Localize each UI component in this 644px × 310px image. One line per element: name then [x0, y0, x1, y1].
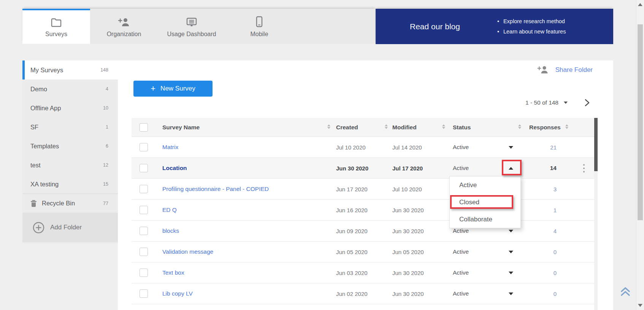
column-header-survey-name[interactable]: Survey Name — [162, 118, 200, 137]
table-scrollbar-track[interactable] — [594, 118, 598, 310]
annotation-box-status-caret — [502, 160, 522, 175]
annotation-box-closed-option — [450, 195, 513, 209]
blog-banner[interactable]: Read our blog •Explore research method•L… — [376, 9, 613, 44]
survey-name-link[interactable]: Text box — [162, 269, 184, 276]
banner-bullet-list: •Explore research method•Learn about new… — [497, 16, 566, 37]
scroll-to-top-button[interactable] — [620, 286, 631, 299]
column-header-responses[interactable]: Responses — [529, 118, 561, 137]
row-checkbox[interactable] — [140, 269, 148, 277]
sidebar-item-offline-app[interactable]: Offline App10 — [22, 99, 118, 118]
mobile-icon — [255, 15, 263, 27]
survey-name-link[interactable]: Lib copy LV — [162, 290, 193, 297]
sort-icon[interactable] — [385, 124, 388, 129]
add-folder-button[interactable]: Add Folder — [22, 213, 118, 242]
row-checkbox[interactable] — [140, 143, 148, 151]
pagination-range: 1 - 50 of 148 — [525, 99, 558, 106]
status-caret-icon[interactable] — [509, 146, 513, 149]
sidebar-item-my-surveys[interactable]: My Surveys148 — [22, 60, 118, 79]
sidebar-item-recycle-bin[interactable]: Recycle Bin 77 — [22, 194, 118, 213]
status-option-collaborate[interactable]: Collaborate — [450, 211, 520, 228]
sidebar-item-xa-testing[interactable]: XA testing15 — [22, 175, 118, 194]
tab-usage-dashboard[interactable]: Usage Dashboard — [158, 9, 225, 44]
select-all-checkbox[interactable] — [140, 123, 148, 132]
dashboard-icon — [186, 15, 197, 27]
table-scrollbar-thumb[interactable] — [594, 118, 598, 171]
sidebar-item-demo[interactable]: Demo4 — [22, 79, 118, 99]
active-tab-accent-bar — [22, 9, 90, 10]
sidebar-item-count: 15 — [103, 181, 108, 187]
modified-date: Jun 05 2020 — [392, 249, 424, 255]
scrollbar-up-arrow-icon[interactable] — [638, 3, 642, 6]
status-caret-icon[interactable] — [509, 272, 513, 274]
tab-mobile[interactable]: Mobile — [225, 9, 293, 44]
banner-bullet-text: Learn about new features — [503, 29, 566, 35]
status-option-active[interactable]: Active — [450, 176, 520, 194]
survey-name-link[interactable]: Matrix — [162, 144, 178, 151]
created-date: Jun 05 2020 — [336, 249, 368, 255]
responses-count: 14 — [550, 165, 557, 172]
status-caret-icon[interactable] — [509, 230, 513, 232]
sidebar-item-count: 4 — [106, 86, 108, 92]
share-folder-label: Share Folder — [555, 66, 593, 74]
sidebar-item-test[interactable]: test12 — [22, 156, 118, 175]
column-header-created[interactable]: Created — [336, 118, 358, 137]
plus-circle-icon — [33, 222, 44, 234]
modified-date: Jul 17 2020 — [392, 165, 423, 172]
table-row: MatrixJul 10 2020Jul 14 2020Active21 — [132, 137, 598, 158]
sidebar-item-label: SF — [30, 124, 38, 131]
row-checkbox[interactable] — [140, 289, 148, 298]
sidebar-item-label: Offline App — [30, 105, 61, 112]
sort-icon[interactable] — [565, 124, 568, 129]
created-date: Jun 30 2020 — [336, 165, 368, 172]
surveys-table: Survey NameCreatedModifiedStatusResponse… — [132, 118, 598, 310]
person-add-icon — [117, 15, 130, 27]
trash-icon — [30, 200, 37, 207]
new-survey-label: New Survey — [160, 85, 195, 92]
survey-name-link[interactable]: Location — [162, 165, 187, 172]
folder-sidebar: My Surveys148Demo4Offline App10SF1Templa… — [22, 60, 118, 243]
sidebar-item-sf[interactable]: SF1 — [22, 118, 118, 137]
table-row: Text boxJun 03 2020Jun 30 2020Active0 — [132, 262, 598, 283]
sort-icon[interactable] — [518, 124, 521, 129]
row-checkbox[interactable] — [140, 164, 148, 172]
sort-up-arrow — [565, 124, 568, 126]
status-caret-icon[interactable] — [509, 293, 513, 295]
status-value: Active — [453, 144, 469, 151]
tab-organization[interactable]: Organization — [90, 9, 158, 44]
new-survey-button[interactable]: + New Survey — [133, 81, 213, 97]
row-checkbox[interactable] — [140, 248, 148, 256]
page-scrollbar-track[interactable] — [636, 0, 644, 310]
row-menu-icon[interactable] — [583, 163, 585, 173]
pagination: 1 - 50 of 148 — [525, 98, 591, 107]
sort-icon[interactable] — [327, 124, 330, 129]
sidebar-item-label: Demo — [30, 86, 47, 93]
status-value: Active — [453, 269, 469, 276]
modified-date: Jul 10 2020 — [392, 186, 422, 192]
status-value: Active — [453, 165, 469, 172]
sidebar-item-templates[interactable]: Templates6 — [22, 137, 118, 156]
pagination-caret-icon[interactable] — [564, 102, 568, 104]
survey-name-link[interactable]: ED Q — [162, 207, 177, 213]
main-panel: Share Folder + New Survey 1 - 50 of 148 … — [118, 60, 613, 310]
status-caret-icon[interactable] — [509, 251, 513, 253]
table-row: LocationJun 30 2020Jul 17 2020Active14 — [132, 158, 598, 179]
row-checkbox[interactable] — [140, 227, 148, 235]
survey-name-link[interactable]: Validation message — [162, 248, 213, 255]
survey-name-link[interactable]: blocks — [162, 227, 179, 234]
table-row: ED QJun 16 2020Jun 30 2020Active1 — [132, 200, 598, 221]
column-header-status[interactable]: Status — [453, 118, 471, 137]
row-checkbox[interactable] — [140, 185, 148, 193]
next-page-button[interactable] — [583, 98, 591, 107]
scrollbar-down-arrow-icon[interactable] — [638, 304, 642, 307]
row-checkbox[interactable] — [140, 206, 148, 214]
share-folder-button[interactable]: Share Folder — [537, 65, 593, 75]
modified-date: Jul 14 2020 — [392, 144, 422, 151]
survey-name-link[interactable]: Profiling questionnaire - Panel - COPIED — [162, 186, 269, 192]
responses-count: 0 — [554, 270, 557, 276]
sidebar-item-label: My Surveys — [30, 67, 63, 74]
sort-down-arrow — [385, 127, 388, 129]
page-scrollbar-thumb[interactable] — [638, 24, 643, 220]
column-header-modified[interactable]: Modified — [392, 118, 417, 137]
sort-icon[interactable] — [442, 124, 445, 129]
tab-surveys[interactable]: Surveys — [22, 9, 90, 44]
